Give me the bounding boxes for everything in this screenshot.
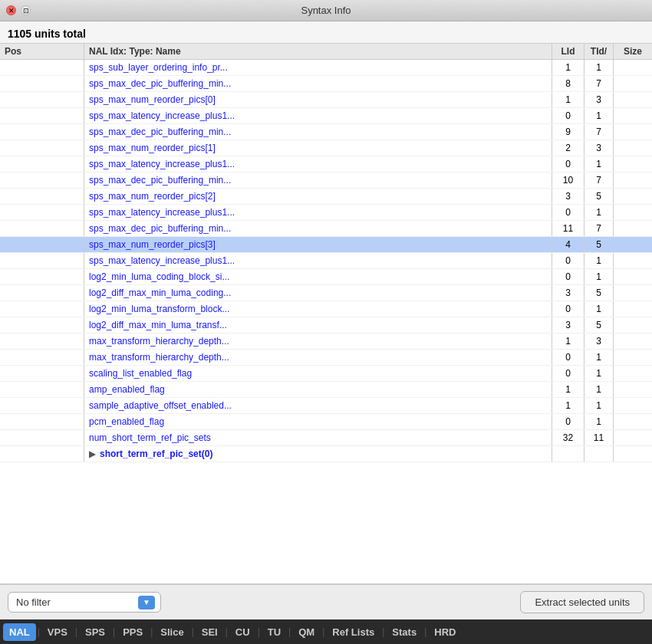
table-row[interactable]: ▶short_term_ref_pic_set(0)	[0, 446, 652, 462]
table-row[interactable]: sps_max_latency_increase_plus1...01	[0, 108, 652, 124]
table-row[interactable]: max_transform_hierarchy_depth...01	[0, 350, 652, 366]
tab-qm[interactable]: QM	[292, 623, 321, 641]
row-pos	[0, 382, 84, 397]
row-pos	[0, 237, 84, 252]
tab-hrd[interactable]: HRD	[428, 623, 462, 641]
row-lld: 1	[552, 60, 584, 75]
row-size	[614, 253, 652, 268]
table-row[interactable]: sps_max_num_reorder_pics[2]35	[0, 189, 652, 205]
row-pos	[0, 189, 84, 204]
filter-select-wrapper: No filter ▼	[8, 592, 161, 613]
row-pos	[0, 60, 84, 75]
tab-reflists[interactable]: Ref Lists	[326, 623, 380, 641]
row-name: sps_max_latency_increase_plus1...	[84, 156, 552, 172]
row-size	[614, 156, 652, 172]
row-tld: 1	[584, 350, 614, 365]
row-pos	[0, 205, 84, 220]
tab-tu[interactable]: TU	[262, 623, 287, 641]
row-tld: 3	[584, 334, 614, 349]
close-icon: ✕	[8, 7, 15, 15]
tab-separator: |	[256, 626, 262, 637]
table-row[interactable]: pcm_enabled_flag01	[0, 414, 652, 430]
tab-cu[interactable]: CU	[229, 623, 256, 641]
tab-nal[interactable]: NAL	[3, 623, 36, 641]
tab-sps[interactable]: SPS	[79, 623, 111, 641]
row-tld	[584, 446, 614, 462]
tab-stats[interactable]: Stats	[386, 623, 423, 641]
row-pos	[0, 366, 84, 381]
row-name: ▶short_term_ref_pic_set(0)	[84, 446, 552, 462]
row-pos	[0, 334, 84, 349]
tab-slice[interactable]: Slice	[154, 623, 189, 641]
row-lld: 2	[552, 140, 584, 156]
row-tld: 3	[584, 140, 614, 156]
row-name: amp_enabled_flag	[84, 382, 552, 397]
row-name: log2_diff_max_min_luma_coding...	[84, 285, 552, 301]
row-size	[614, 366, 652, 381]
table-row[interactable]: sps_max_latency_increase_plus1...01	[0, 253, 652, 269]
table-row[interactable]: sps_max_num_reorder_pics[1]23	[0, 140, 652, 156]
row-pos	[0, 398, 84, 413]
title-bar-buttons: ✕ ⊡	[6, 5, 31, 15]
table-row[interactable]: sps_max_num_reorder_pics[3]45	[0, 237, 652, 253]
row-size	[614, 221, 652, 236]
row-name: sps_max_dec_pic_buffering_min...	[84, 76, 552, 91]
table-row[interactable]: log2_min_luma_coding_block_si...01	[0, 269, 652, 285]
table-body[interactable]: sps_sub_layer_ordering_info_pr...11sps_m…	[0, 60, 652, 583]
row-lld: 3	[552, 317, 584, 333]
row-name: log2_diff_max_min_luma_transf...	[84, 317, 552, 333]
row-pos	[0, 350, 84, 365]
table-row[interactable]: sps_max_dec_pic_buffering_min...87	[0, 76, 652, 92]
table-row[interactable]: num_short_term_ref_pic_sets3211	[0, 430, 652, 446]
row-lld: 0	[552, 366, 584, 381]
table-row[interactable]: sps_sub_layer_ordering_info_pr...11	[0, 60, 652, 76]
table-row[interactable]: max_transform_hierarchy_depth...13	[0, 334, 652, 350]
table-row[interactable]: sps_max_num_reorder_pics[0]13	[0, 92, 652, 108]
table-row[interactable]: scaling_list_enabled_flag01	[0, 366, 652, 382]
row-name: sps_max_num_reorder_pics[1]	[84, 140, 552, 156]
row-lld: 3	[552, 189, 584, 204]
row-size	[614, 398, 652, 413]
table-row[interactable]: amp_enabled_flag11	[0, 382, 652, 398]
row-lld: 0	[552, 269, 584, 284]
col-header-lld: LId	[552, 44, 584, 59]
tab-separator: |	[380, 626, 386, 637]
tab-pps[interactable]: PPS	[117, 623, 149, 641]
tab-separator: |	[190, 626, 196, 637]
row-pos	[0, 253, 84, 268]
row-lld: 0	[552, 156, 584, 172]
row-name: log2_min_luma_coding_block_si...	[84, 269, 552, 284]
table-row[interactable]: sample_adaptive_offset_enabled...11	[0, 398, 652, 414]
tab-vps[interactable]: VPS	[41, 623, 74, 641]
row-name: sample_adaptive_offset_enabled...	[84, 398, 552, 413]
tab-separator: |	[287, 626, 292, 637]
row-tld: 1	[584, 301, 614, 317]
filter-select[interactable]: No filter	[8, 592, 161, 613]
table-row[interactable]: sps_max_dec_pic_buffering_min...117	[0, 221, 652, 237]
close-button[interactable]: ✕	[6, 5, 16, 15]
table-row[interactable]: log2_diff_max_min_luma_transf...35	[0, 317, 652, 334]
extract-selected-button[interactable]: Extract selected units	[520, 591, 644, 613]
table-row[interactable]: log2_diff_max_min_luma_coding...35	[0, 285, 652, 301]
row-name: sps_max_num_reorder_pics[3]	[84, 237, 552, 252]
row-name: sps_max_dec_pic_buffering_min...	[84, 221, 552, 236]
row-tld: 7	[584, 76, 614, 91]
row-size	[614, 382, 652, 397]
row-tld: 1	[584, 398, 614, 413]
row-name: sps_max_latency_increase_plus1...	[84, 253, 552, 268]
tab-separator: |	[423, 626, 428, 637]
table-row[interactable]: log2_min_luma_transform_block...01	[0, 301, 652, 317]
restore-button[interactable]: ⊡	[21, 5, 31, 15]
row-size	[614, 60, 652, 75]
row-size	[614, 446, 652, 462]
table-row[interactable]: sps_max_dec_pic_buffering_min...107	[0, 172, 652, 189]
row-lld	[552, 446, 584, 462]
table-row[interactable]: sps_max_latency_increase_plus1...01	[0, 156, 652, 172]
row-size	[614, 237, 652, 252]
table-row[interactable]: sps_max_dec_pic_buffering_min...97	[0, 124, 652, 140]
row-lld: 32	[552, 430, 584, 445]
row-size	[614, 334, 652, 349]
tab-sei[interactable]: SEI	[196, 623, 224, 641]
row-size	[614, 285, 652, 301]
table-row[interactable]: sps_max_latency_increase_plus1...01	[0, 205, 652, 221]
